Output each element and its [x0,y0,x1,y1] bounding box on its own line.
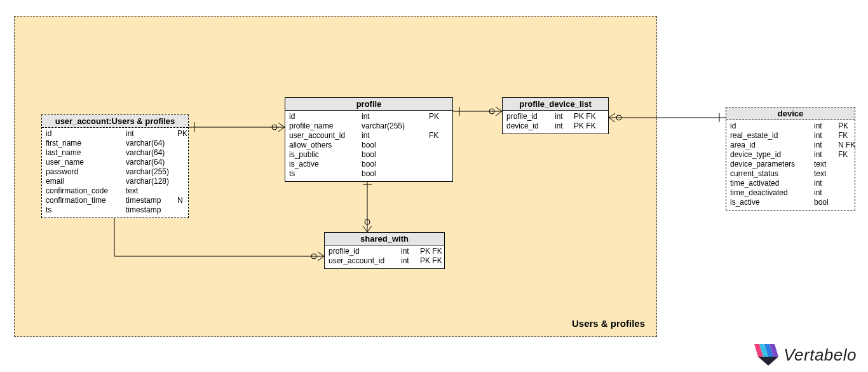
entity-user-account[interactable]: user_account:Users & profiles idintPK fi… [41,114,189,218]
table-row: profile_idintPK FK [329,247,440,256]
table-row: last_namevarchar(64) [46,148,184,158]
table-row: user_account_idintFK [289,131,449,141]
table-row: device_parameterstext [730,160,851,169]
entity-profile[interactable]: profile idintPK profile_namevarchar(255)… [285,97,453,182]
entity-body: profile_idintPK FK device_idintPK FK [503,111,608,134]
table-row: confirmation_timetimestampN [46,196,184,205]
svg-marker-20 [758,357,778,366]
table-row: user_account_idintPK FK [329,256,440,266]
entity-body: idintPK first_namevarchar(64) last_namev… [42,128,188,217]
table-row: area_idintN FK [730,141,851,150]
vertabelo-logo-icon [754,344,778,366]
entity-title: profile_device_list [503,98,608,111]
table-row: real_estate_idintFK [730,131,851,141]
table-row: device_idintPK FK [506,121,604,131]
table-row: idintPK [46,129,184,139]
table-row: is_activebool [289,160,449,169]
table-row: user_namevarchar(64) [46,158,184,167]
table-row: is_publicbool [289,150,449,160]
entity-title: shared_with [325,233,444,245]
table-row: allow_othersbool [289,141,449,150]
table-row: passwordvarchar(255) [46,167,184,177]
table-row: idintPK [730,121,851,131]
vertabelo-logo: Vertabelo [754,344,857,366]
table-row: tsbool [289,169,449,179]
table-row: time_deactivatedint [730,188,851,198]
entity-body: profile_idintPK FK user_account_idintPK … [325,245,444,268]
table-row: is_activebool [730,198,851,207]
entity-title: user_account:Users & profiles [42,115,188,128]
table-row: idintPK [289,112,449,121]
table-row: device_type_idintFK [730,150,851,160]
entity-profile-device-list[interactable]: profile_device_list profile_idintPK FK d… [502,97,609,134]
vertabelo-logo-text: Vertabelo [783,345,857,365]
entity-title: device [726,107,855,120]
entity-shared-with[interactable]: shared_with profile_idintPK FK user_acco… [324,232,445,269]
table-row: time_activatedint [730,179,851,188]
region-label: Users & profiles [572,318,645,329]
entity-body: idintPK profile_namevarchar(255) user_ac… [285,111,452,181]
table-row: emailvarchar(128) [46,177,184,186]
table-row: confirmation_codetext [46,186,184,196]
entity-body: idintPK real_estate_idintFK area_idintN … [726,120,855,210]
entity-title: profile [285,98,452,111]
table-row: profile_namevarchar(255) [289,121,449,131]
table-row: current_statustext [730,169,851,179]
entity-device[interactable]: device idintPK real_estate_idintFK area_… [726,107,855,210]
table-row: tstimestamp [46,205,184,215]
table-row: first_namevarchar(64) [46,139,184,148]
table-row: profile_idintPK FK [506,112,604,121]
